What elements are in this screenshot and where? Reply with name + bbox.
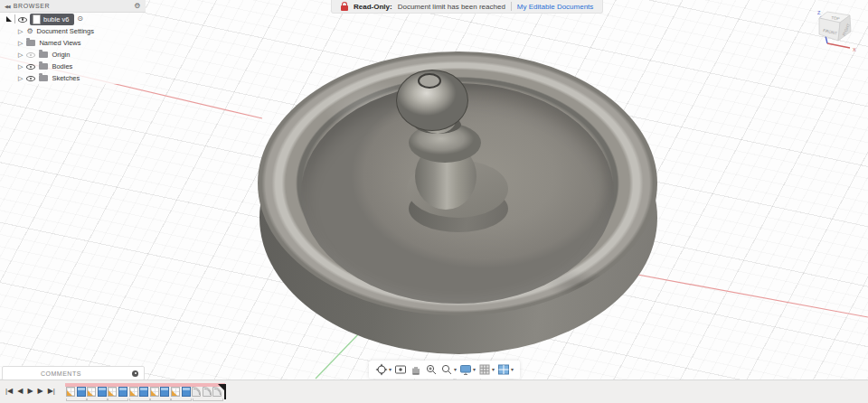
timeline-feature-sketch[interactable] bbox=[129, 387, 138, 397]
timeline-playhead-flag[interactable] bbox=[218, 384, 224, 390]
nav-tool-fit[interactable]: ▾ bbox=[440, 363, 457, 376]
chevron-down-icon[interactable]: ▾ bbox=[454, 367, 457, 372]
visibility-eye-icon[interactable] bbox=[18, 15, 27, 23]
browser-item-bodies[interactable]: ▷Bodies bbox=[0, 61, 146, 72]
root-component-name: buble v6 bbox=[43, 15, 69, 23]
browser-title: BROWSER bbox=[14, 3, 50, 9]
folder-icon bbox=[39, 63, 48, 70]
read-only-banner: Read-Only: Document limit has been reach… bbox=[331, 0, 603, 14]
browser-item-label: Document Settings bbox=[37, 27, 94, 35]
nav-tool-pan[interactable] bbox=[410, 363, 422, 376]
feature-group-bracket bbox=[150, 398, 171, 401]
comments-panel[interactable]: COMMENTS bbox=[2, 366, 145, 380]
nav-tool-zoom[interactable] bbox=[425, 363, 438, 376]
browser-item-label: Named Views bbox=[39, 39, 80, 47]
timeline-step-back-button[interactable]: ◀ bbox=[17, 388, 23, 395]
feature-group-bracket bbox=[193, 398, 223, 401]
timeline-feature-sketch[interactable] bbox=[66, 387, 75, 397]
browser-item-label: Bodies bbox=[52, 62, 72, 70]
visibility-eye-icon[interactable] bbox=[26, 74, 35, 82]
browser-item-document-settings[interactable]: ▷⚙Document Settings bbox=[0, 25, 146, 37]
folder-icon bbox=[26, 40, 35, 46]
timeline-step-forward-button[interactable]: ▶ bbox=[38, 388, 43, 395]
folder-icon bbox=[39, 75, 48, 81]
chevron-down-icon[interactable]: ▾ bbox=[492, 367, 495, 372]
expand-arrow-icon[interactable]: ▷ bbox=[18, 52, 23, 58]
browser-root-item[interactable]: buble v6 ⊙ bbox=[0, 13, 146, 25]
timeline-feature-sketch[interactable] bbox=[87, 387, 96, 397]
nav-tool-orbit[interactable]: ▾ bbox=[375, 363, 392, 376]
timeline-feature-extrude[interactable] bbox=[98, 387, 107, 397]
expand-arrow-icon[interactable]: ▷ bbox=[18, 28, 23, 34]
browser-header: ◀◀ BROWSER ⚙ bbox=[0, 0, 146, 13]
timeline-feature-extrude[interactable] bbox=[182, 387, 191, 397]
timeline-feature-extrude[interactable] bbox=[77, 387, 86, 397]
browser-tree: ▷⚙Document Settings▷Named Views▷Origin▷B… bbox=[0, 25, 146, 84]
root-component-pill[interactable]: buble v6 bbox=[30, 14, 74, 25]
viewcube-x-label: X bbox=[853, 47, 856, 52]
hub-knob-hole bbox=[418, 73, 441, 89]
nav-tool-look-at[interactable] bbox=[394, 363, 407, 376]
fit-icon bbox=[440, 363, 453, 376]
feature-group-bracket bbox=[66, 398, 87, 401]
expand-arrow-icon[interactable]: ▷ bbox=[18, 40, 23, 46]
pan-icon bbox=[410, 363, 422, 376]
editable-documents-link[interactable]: My Editable Documents bbox=[517, 3, 593, 11]
display-settings-icon bbox=[459, 363, 472, 376]
feature-group-bracket bbox=[171, 398, 192, 401]
timeline-feature-extrude[interactable] bbox=[139, 387, 148, 397]
navigation-toolbar: ▾▾▾▾▾ bbox=[369, 361, 520, 379]
timeline-feature-fillet[interactable] bbox=[192, 387, 201, 397]
viewcube-z-label: Z bbox=[817, 10, 821, 15]
nav-tool-display-settings[interactable]: ▾ bbox=[459, 363, 476, 376]
browser-gear-icon[interactable]: ⚙ bbox=[134, 3, 141, 10]
timeline-play-button[interactable]: ▶ bbox=[27, 388, 33, 395]
comments-menu-icon[interactable] bbox=[132, 370, 138, 377]
browser-panel: ◀◀ BROWSER ⚙ buble v6 ⊙ ▷⚙Document Setti… bbox=[0, 0, 146, 84]
collapse-panel-icon[interactable]: ◀◀ bbox=[5, 4, 10, 9]
feature-group-bracket bbox=[87, 398, 108, 401]
visibility-eye-icon[interactable] bbox=[26, 51, 35, 59]
chevron-down-icon[interactable]: ▾ bbox=[473, 367, 476, 372]
orbit-icon bbox=[375, 363, 388, 376]
browser-item-named-views[interactable]: ▷Named Views bbox=[0, 37, 146, 49]
timeline-go-to-end-button[interactable]: ▶| bbox=[48, 388, 55, 395]
chevron-down-icon[interactable]: ▾ bbox=[389, 367, 392, 372]
lock-icon bbox=[341, 5, 348, 11]
browser-item-label: Origin bbox=[52, 51, 70, 59]
expand-arrow-icon[interactable]: ▷ bbox=[18, 75, 23, 81]
document-icon bbox=[33, 14, 41, 24]
viewports-icon bbox=[497, 363, 510, 376]
read-only-label: Read-Only: bbox=[354, 3, 392, 11]
browser-item-label: Sketches bbox=[52, 74, 80, 82]
read-only-message: Document limit has been reached bbox=[398, 3, 505, 11]
chevron-down-icon[interactable]: ▾ bbox=[511, 367, 514, 372]
timeline-go-to-start-button[interactable]: |◀ bbox=[5, 388, 13, 395]
divider bbox=[14, 14, 15, 23]
browser-item-origin[interactable]: ▷Origin bbox=[0, 49, 146, 61]
timeline-playhead[interactable] bbox=[224, 384, 226, 399]
timeline-feature-extrude[interactable] bbox=[118, 387, 127, 397]
timeline-bar: |◀◀▶▶▶| bbox=[0, 380, 868, 403]
timeline-feature-fillet[interactable] bbox=[203, 387, 212, 397]
view-cube[interactable]: TOP FRONT RIGHT Z X bbox=[807, 5, 866, 59]
timeline-feature-sketch[interactable] bbox=[108, 387, 117, 397]
timeline-playback-controls: |◀◀▶▶▶| bbox=[5, 388, 55, 395]
timeline-features bbox=[66, 387, 222, 397]
browser-item-sketches[interactable]: ▷Sketches bbox=[0, 72, 146, 84]
viewcube-x-axis bbox=[827, 43, 850, 48]
nav-tool-viewports[interactable]: ▾ bbox=[497, 363, 514, 376]
timeline-feature-sketch[interactable] bbox=[150, 387, 159, 397]
timeline-feature-extrude[interactable] bbox=[160, 387, 169, 397]
nav-tool-grid-snaps[interactable]: ▾ bbox=[478, 363, 495, 376]
expand-arrow-icon[interactable]: ▷ bbox=[18, 63, 23, 70]
look-at-icon bbox=[394, 363, 407, 376]
activate-component-icon[interactable]: ⊙ bbox=[77, 15, 83, 23]
folder-icon bbox=[39, 52, 48, 58]
zoom-icon bbox=[425, 363, 438, 376]
gear-icon: ⚙ bbox=[26, 28, 33, 35]
visibility-eye-icon[interactable] bbox=[26, 62, 35, 70]
expand-arrow-icon[interactable] bbox=[6, 16, 12, 22]
feature-group-bracket bbox=[129, 398, 150, 401]
timeline-feature-sketch[interactable] bbox=[171, 387, 180, 397]
